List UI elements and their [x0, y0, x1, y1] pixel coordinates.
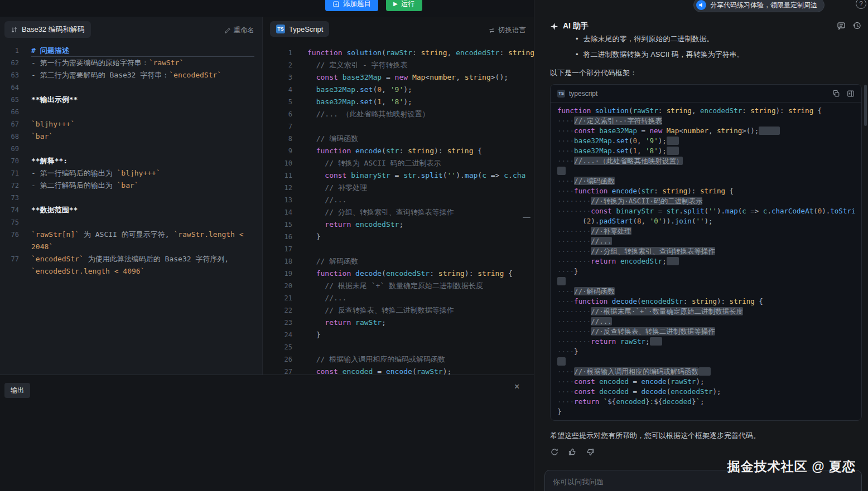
code-line: 23 return rawStr; [263, 317, 534, 329]
ai-assistant-panel: AI 助手 • 去除末尾的零，得到原始的二进制数据。 • 将二进制数据转换为 A… [534, 0, 868, 491]
line-number [0, 265, 19, 278]
line-number: 26 [263, 353, 292, 366]
switch-language-label: 切换语言 [498, 26, 526, 35]
question-mark-icon: ? [859, 0, 863, 8]
line-number: 70 [0, 155, 19, 167]
rename-button[interactable]: 重命名 [224, 26, 255, 35]
language-tab[interactable]: TS TypeScript [270, 21, 329, 37]
add-question-button[interactable]: 添加题目 [325, 0, 378, 11]
ai-code-line: ········//... [557, 317, 855, 327]
code-line: 9 function encode(str: string): string { [263, 145, 534, 157]
code-line: 21 //... [263, 292, 534, 304]
ai-code-line: ········//·补零处理 [557, 226, 855, 236]
close-icon: × [514, 382, 519, 391]
ai-code-line: ····const decoded = decode(encodedStr); [557, 387, 855, 397]
markdown-line: 1# 问题描述 [0, 45, 262, 57]
thumbs-down-icon[interactable] [586, 448, 595, 456]
typescript-badge-icon: TS [276, 25, 285, 33]
scrollbar-thumb[interactable] [864, 85, 867, 126]
code-line: 3 const base32Map = new Map<number, stri… [263, 71, 534, 84]
code-line: 14 // 分组、转换索引、查询转换表等操作 [263, 206, 534, 218]
add-question-label: 添加题目 [343, 0, 371, 9]
code-line: 22 // 反查转换表、转换二进制数据等操作 [263, 304, 534, 317]
code-line: 17 [263, 243, 534, 255]
code-line: 11 const binaryStr = str.split('').map(c… [263, 169, 534, 182]
ai-code-line: ····//·定义索引·-·字符转换表 [557, 116, 855, 126]
ai-intro-text: 以下是一个部分代码框架： [550, 68, 862, 77]
line-number: 69 [0, 143, 19, 155]
output-tab[interactable]: 输出 [4, 383, 30, 398]
line-number: 23 [263, 317, 292, 329]
markdown-line: 66 [0, 106, 262, 118]
ai-bullet-item: • 去除末尾的零，得到原始的二进制数据。 [576, 31, 862, 47]
code-line: 10 // 转换为 ASCII 码的二进制表示 [263, 157, 534, 169]
insert-to-editor-icon[interactable] [847, 90, 855, 98]
ai-panel-header: AI 助手 [550, 21, 589, 31]
code-line: 25 [263, 341, 534, 353]
run-button[interactable]: ▶ 运行 [386, 0, 422, 11]
ai-code-line: ········return encodedStr; [557, 256, 855, 266]
problem-panel: Base32 编码和解码 重命名 1# 问题描述62- 第一行为需要编码的原始字… [0, 17, 262, 375]
problem-markdown-editor[interactable]: 1# 问题描述62- 第一行为需要编码的原始字符串：`rawStr`63- 第二… [0, 45, 262, 375]
line-number [0, 241, 19, 253]
line-number: 65 [0, 94, 19, 106]
ai-code-line: ····base32Map.set(1, '8'); [557, 146, 855, 156]
feedback-icon[interactable] [837, 21, 846, 30]
line-number: 7 [263, 120, 292, 133]
ai-response-area: • 去除末尾的零，得到原始的二进制数据。 • 将二进制数据转换为 ASCII 码… [550, 31, 862, 491]
code-line: 8 // 编码函数 [263, 133, 534, 145]
ai-panel-actions [837, 21, 861, 30]
code-line: 15 return encodedStr; [263, 218, 534, 231]
markdown-line: 72- 第二行解码后的输出为 `bar` [0, 179, 262, 192]
thumbs-up-icon[interactable] [568, 448, 577, 456]
ai-code-line: ········//·根据末尾·`+`·数量确定原始二进制数据长度 [557, 307, 855, 317]
line-number: 10 [263, 157, 292, 169]
markdown-line: 75 [0, 216, 262, 229]
ai-code-block: TS typescript function solution(rawStr: … [550, 84, 862, 421]
ai-code-line: } [557, 407, 855, 417]
markdown-line: 63- 第二行为需要解码的 Base32 字符串：`encodedStr` [0, 69, 262, 81]
code-line: 24 } [263, 329, 534, 341]
ai-message-actions [550, 448, 862, 456]
ai-code-line: ····function decode(encodedStr: string):… [557, 296, 855, 307]
line-number: 66 [0, 106, 19, 118]
line-number: 62 [0, 57, 19, 69]
ai-code-line: ····const base32Map = new Map<number, st… [557, 126, 855, 136]
ai-code-line: ········//·分组、转换索引、查询转换表等操作 [557, 246, 855, 256]
markdown-line: 65**输出示例** [0, 94, 262, 106]
line-number: 24 [263, 329, 292, 341]
markdown-line: 62- 第一行为需要编码的原始字符串：`rawStr` [0, 57, 262, 69]
line-number: 2 [263, 59, 292, 71]
ai-code-content[interactable]: function solution(rawStr: string, encode… [551, 103, 861, 420]
promo-banner-button[interactable]: 分享代码练习体验，领限量定制周边 [693, 0, 824, 12]
ai-panel-title: AI 助手 [563, 21, 589, 31]
line-number: 16 [263, 231, 292, 243]
markdown-line: 69 [0, 143, 262, 155]
ai-outro-text: 希望这些提示对您有所帮助，您可以根据这个框架逐步完善代码。 [550, 431, 862, 440]
copy-icon[interactable] [832, 90, 840, 98]
code-line: 27 const encoded = encode(rawStr); [263, 366, 534, 375]
markdown-line: 64 [0, 81, 262, 94]
history-icon[interactable] [852, 21, 861, 30]
switch-language-button[interactable]: 切换语言 [488, 26, 526, 35]
code-block-actions [832, 90, 855, 98]
promo-label: 分享代码练习体验，领限量定制周边 [710, 1, 817, 10]
line-number: 19 [263, 268, 292, 280]
line-number: 12 [263, 182, 292, 194]
code-block-header: TS typescript [551, 85, 861, 103]
editor-panel: TS TypeScript 切换语言 1function solution(ra… [262, 17, 534, 375]
ai-code-line: ····return `${encoded}:${decoded}`; [557, 397, 855, 407]
regenerate-icon[interactable] [550, 448, 559, 456]
ai-code-line: ····} [557, 266, 855, 276]
problem-title: Base32 编码和解码 [22, 25, 85, 35]
code-editor[interactable]: 1function solution(rawStr: string, encod… [263, 47, 534, 375]
ai-code-line: ····} [557, 347, 855, 357]
problem-title-chip[interactable]: Base32 编码和解码 [4, 21, 91, 38]
code-line: 13 //... [263, 194, 534, 206]
close-output-button[interactable]: × [514, 382, 519, 392]
scroll-indicator[interactable] [523, 217, 531, 218]
markdown-line: 74**数据范围** [0, 204, 262, 216]
line-number: 64 [0, 81, 19, 94]
line-number: 5 [263, 96, 292, 108]
sparkle-icon [550, 22, 558, 31]
